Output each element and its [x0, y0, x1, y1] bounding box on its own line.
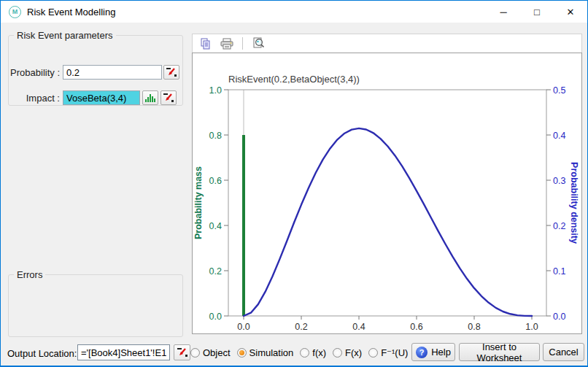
probability-label: Probability : [9, 67, 60, 78]
cell-picker-icon [166, 67, 177, 77]
svg-text:Probability density: Probability density [569, 162, 579, 244]
help-button[interactable]: ? Help [411, 343, 455, 361]
window-controls: ─ □ ✕ [487, 1, 587, 23]
radio-f-inverse-u[interactable]: F⁻¹(U) [368, 347, 408, 358]
zoom-preview-button[interactable] [251, 36, 266, 51]
output-type-radio-group: Object Simulation f(x) F(x) F⁻¹(U) [190, 344, 408, 362]
svg-text:0.4: 0.4 [553, 131, 565, 141]
svg-text:0.6: 0.6 [410, 322, 422, 332]
insert-to-worksheet-button[interactable]: Insert to Worksheet [459, 343, 540, 361]
cell-picker-icon [177, 347, 188, 358]
copy-button[interactable] [198, 36, 213, 51]
impact-label: Impact : [9, 93, 60, 104]
copy-icon [200, 38, 212, 50]
risk-event-chart: 0.00.20.40.60.81.00.00.10.20.30.40.50.00… [193, 53, 581, 333]
impact-cell-picker-button[interactable] [160, 90, 177, 105]
svg-text:0.6: 0.6 [209, 176, 222, 186]
cell-picker-icon [163, 93, 174, 103]
radio-object[interactable]: Object [190, 347, 231, 358]
radio-circle-icon [368, 348, 378, 358]
titlebar: M Risk Event Modelling ─ □ ✕ [1, 1, 587, 23]
svg-text:0.8: 0.8 [468, 322, 480, 332]
minimize-button[interactable]: ─ [487, 1, 520, 23]
output-cell-picker-button[interactable] [174, 344, 190, 360]
svg-text:0.4: 0.4 [209, 221, 222, 231]
chart-toolbar [192, 34, 582, 53]
radio-circle-icon [300, 348, 309, 358]
svg-text:0.1: 0.1 [553, 266, 565, 277]
histogram-icon [144, 93, 156, 103]
impact-distribution-button[interactable] [142, 90, 158, 105]
radio-fx[interactable]: f(x) [300, 347, 326, 358]
svg-text:RiskEvent(0.2,BetaObject(3,4)): RiskEvent(0.2,BetaObject(3,4)) [228, 74, 360, 85]
cancel-button[interactable]: Cancel [543, 343, 584, 361]
modelrisk-logo-icon: M [9, 6, 21, 18]
toolbar-separator [242, 37, 243, 50]
svg-text:0.0: 0.0 [553, 312, 565, 322]
radio-simulation[interactable]: Simulation [237, 347, 294, 358]
svg-text:1.0: 1.0 [209, 85, 222, 96]
probability-cell-picker-button[interactable] [163, 65, 179, 80]
errors-group: Errors [8, 269, 183, 337]
radio-circle-icon [333, 348, 342, 358]
radio-circle-icon [190, 348, 200, 358]
probability-input[interactable] [63, 65, 162, 80]
radio-capital-fx[interactable]: F(x) [333, 347, 362, 358]
svg-text:0.5: 0.5 [553, 85, 565, 96]
maximize-button[interactable]: □ [520, 1, 554, 23]
risk-event-modelling-dialog: M Risk Event Modelling ─ □ ✕ Risk Event … [0, 0, 588, 367]
errors-group-title: Errors [14, 269, 45, 280]
svg-text:0.2: 0.2 [209, 266, 222, 277]
svg-text:0.0: 0.0 [209, 312, 222, 322]
svg-text:0.3: 0.3 [553, 176, 565, 186]
svg-text:Probability mass: Probability mass [193, 166, 204, 239]
chart-panel: 0.00.20.40.60.81.00.00.10.20.30.40.50.00… [192, 53, 582, 334]
output-location-label: Output Location: [7, 348, 77, 359]
impact-input[interactable] [63, 90, 140, 105]
window-title: Risk Event Modelling [27, 7, 115, 18]
output-location-input[interactable] [77, 344, 170, 360]
close-button[interactable]: ✕ [554, 1, 587, 23]
radio-circle-icon [237, 348, 247, 358]
help-question-icon: ? [416, 347, 428, 358]
parameters-group-title: Risk Event parameters [14, 30, 116, 41]
svg-text:1.0: 1.0 [525, 322, 538, 332]
svg-text:0.8: 0.8 [209, 131, 222, 141]
print-icon [220, 38, 233, 50]
svg-text:0.0: 0.0 [237, 322, 249, 332]
svg-text:0.2: 0.2 [295, 322, 307, 332]
zoom-preview-icon [252, 37, 265, 50]
svg-text:0.2: 0.2 [553, 221, 565, 231]
print-button[interactable] [220, 36, 234, 51]
svg-text:0.4: 0.4 [352, 322, 365, 332]
risk-event-parameters-group: Risk Event parameters Probability : Impa… [8, 30, 183, 106]
